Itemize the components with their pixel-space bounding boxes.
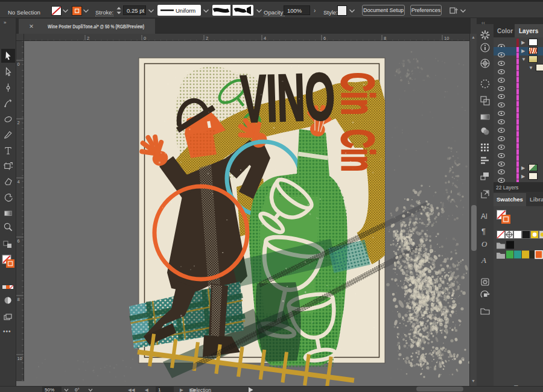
svg-text:2: 2 (206, 36, 208, 41)
svg-text:0: 0 (144, 36, 146, 41)
svg-text:4: 4 (17, 179, 20, 185)
svg-text:Cin: Cin (332, 72, 383, 115)
svg-text:0: 0 (17, 62, 20, 67)
svg-text:VINO: VINO (240, 59, 336, 136)
svg-text:2: 2 (17, 120, 20, 125)
svg-text:2: 2 (87, 36, 89, 41)
svg-text:Al: Al (481, 212, 487, 221)
svg-text:8: 8 (17, 297, 20, 302)
svg-text:6: 6 (17, 238, 20, 244)
svg-text:Cin: Cin (332, 129, 383, 172)
svg-text:6: 6 (323, 36, 326, 41)
svg-text:A: A (481, 256, 486, 265)
svg-text:10: 10 (17, 356, 22, 361)
svg-text:8: 8 (384, 36, 386, 41)
svg-text:Uniform: Uniform (176, 7, 195, 14)
svg-text:O: O (481, 239, 487, 248)
svg-text:¶: ¶ (481, 227, 486, 236)
svg-text:4: 4 (264, 36, 266, 41)
svg-text:10: 10 (444, 36, 449, 41)
